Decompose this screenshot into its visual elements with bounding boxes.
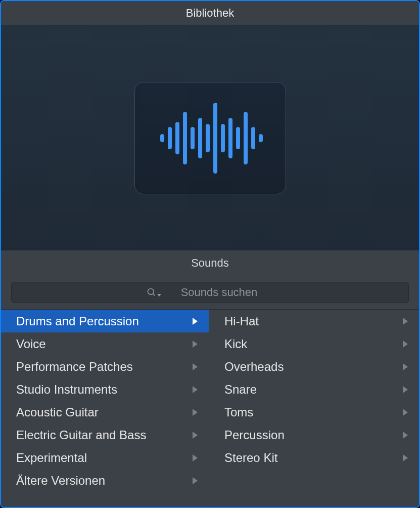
chevron-right-icon xyxy=(193,453,200,462)
search-icon xyxy=(147,287,161,298)
svg-point-14 xyxy=(148,288,154,294)
svg-rect-11 xyxy=(244,112,248,164)
svg-rect-1 xyxy=(168,127,172,149)
category-item-drums-and-percussion[interactable]: Drums and Percussion xyxy=(1,310,209,332)
chevron-right-icon xyxy=(403,453,410,462)
subcategory-item-toms[interactable]: Toms xyxy=(209,401,419,424)
library-window: Bibliothek xyxy=(0,0,420,508)
svg-marker-18 xyxy=(193,363,198,370)
svg-marker-21 xyxy=(193,432,198,439)
category-label: Electric Guitar and Bass xyxy=(16,428,146,442)
category-label: Ältere Versionen xyxy=(16,474,105,488)
category-column: Drums and Percussion Voice Performance P… xyxy=(1,310,209,507)
svg-rect-5 xyxy=(198,118,202,158)
browser-columns: Drums and Percussion Voice Performance P… xyxy=(1,310,419,507)
svg-rect-8 xyxy=(221,124,225,152)
category-label: Voice xyxy=(16,337,46,351)
subcategory-item-percussion[interactable]: Percussion xyxy=(209,424,419,446)
category-label: Studio Instruments xyxy=(16,383,117,397)
svg-marker-20 xyxy=(193,409,198,416)
chevron-right-icon xyxy=(403,431,410,440)
svg-rect-0 xyxy=(160,134,164,142)
category-item-voice[interactable]: Voice xyxy=(1,332,209,355)
svg-line-15 xyxy=(153,293,155,295)
subcategory-label: Percussion xyxy=(224,428,285,442)
search-input[interactable] xyxy=(12,286,408,299)
chevron-right-icon xyxy=(403,340,410,349)
category-item-performance-patches[interactable]: Performance Patches xyxy=(1,355,209,378)
preview-area xyxy=(1,25,419,251)
chevron-right-icon xyxy=(193,340,200,349)
category-label: Drums and Percussion xyxy=(16,314,139,328)
subcategory-label: Kick xyxy=(224,337,247,351)
subcategory-item-stereo-kit[interactable]: Stereo Kit xyxy=(209,446,419,469)
svg-rect-6 xyxy=(206,124,210,152)
sounds-header: Sounds xyxy=(1,251,419,275)
chevron-right-icon xyxy=(193,385,200,394)
svg-marker-16 xyxy=(193,318,198,325)
category-item-aeltere-versionen[interactable]: Ältere Versionen xyxy=(1,469,209,492)
svg-marker-24 xyxy=(403,318,408,325)
category-label: Performance Patches xyxy=(16,360,133,374)
svg-rect-13 xyxy=(259,134,263,142)
svg-marker-19 xyxy=(193,386,198,393)
search-row xyxy=(1,275,419,310)
search-field-wrap[interactable] xyxy=(11,282,409,303)
subcategory-label: Hi-Hat xyxy=(224,314,259,328)
svg-marker-30 xyxy=(403,454,408,461)
chevron-right-icon xyxy=(193,408,200,417)
subcategory-item-hi-hat[interactable]: Hi-Hat xyxy=(209,310,419,332)
svg-marker-28 xyxy=(403,409,408,416)
sounds-header-label: Sounds xyxy=(191,257,229,270)
subcategory-item-overheads[interactable]: Overheads xyxy=(209,355,419,378)
svg-rect-3 xyxy=(183,112,187,164)
svg-rect-2 xyxy=(175,122,179,154)
chevron-right-icon xyxy=(193,476,200,485)
chevron-right-icon xyxy=(193,362,200,371)
window-title: Bibliothek xyxy=(186,7,234,20)
subcategory-label: Overheads xyxy=(224,360,284,374)
titlebar: Bibliothek xyxy=(1,1,419,25)
category-item-experimental[interactable]: Experimental xyxy=(1,446,209,469)
svg-marker-27 xyxy=(403,386,408,393)
subcategory-label: Toms xyxy=(224,405,253,419)
svg-marker-25 xyxy=(403,341,408,348)
category-item-acoustic-guitar[interactable]: Acoustic Guitar xyxy=(1,401,209,424)
category-label: Acoustic Guitar xyxy=(16,405,99,419)
svg-marker-26 xyxy=(403,363,408,370)
waveform-icon xyxy=(155,98,266,179)
category-item-studio-instruments[interactable]: Studio Instruments xyxy=(1,378,209,401)
svg-rect-9 xyxy=(228,118,232,158)
category-label: Experimental xyxy=(16,451,87,465)
subcategory-column: Hi-Hat Kick Overheads Snare xyxy=(209,310,419,507)
svg-rect-10 xyxy=(236,127,240,149)
subcategory-item-snare[interactable]: Snare xyxy=(209,378,419,401)
chevron-down-icon xyxy=(157,294,161,297)
svg-marker-29 xyxy=(403,432,408,439)
svg-rect-7 xyxy=(213,103,217,174)
chevron-right-icon xyxy=(193,431,200,440)
svg-marker-17 xyxy=(193,341,198,348)
chevron-right-icon xyxy=(403,408,410,417)
category-item-electric-guitar-and-bass[interactable]: Electric Guitar and Bass xyxy=(1,424,209,446)
subcategory-label: Stereo Kit xyxy=(224,451,277,465)
subcategory-label: Snare xyxy=(224,383,257,397)
svg-rect-12 xyxy=(251,127,255,149)
svg-marker-23 xyxy=(193,477,198,484)
chevron-right-icon xyxy=(193,317,200,326)
svg-rect-4 xyxy=(191,127,195,149)
chevron-right-icon xyxy=(403,317,410,326)
preview-tile xyxy=(134,82,286,194)
chevron-right-icon xyxy=(403,362,410,371)
subcategory-item-kick[interactable]: Kick xyxy=(209,332,419,355)
chevron-right-icon xyxy=(403,385,410,394)
svg-marker-22 xyxy=(193,454,198,461)
